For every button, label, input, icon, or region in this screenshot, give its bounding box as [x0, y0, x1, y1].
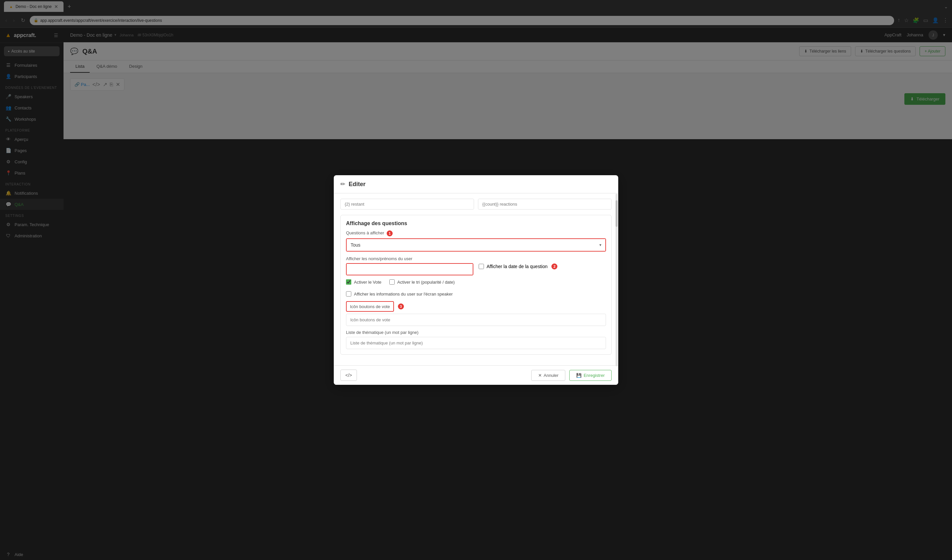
vote-checkbox-row: Activer le Vote: [346, 279, 382, 285]
modal-title: Editer: [349, 181, 366, 188]
sort-checkbox-row: Activer le tri (popularité / date): [389, 279, 454, 285]
top-input-fields-row: [340, 199, 612, 210]
date-field-col: Afficher la date de la question 2: [479, 256, 606, 269]
thematic-section: Liste de thématique (un mot par ligne): [346, 330, 606, 349]
username-field-label: Afficher les noms/prénoms du user: [346, 256, 473, 261]
date-checkbox[interactable]: [479, 264, 484, 269]
username-select-wrapper: [346, 263, 473, 275]
save-icon: 💾: [576, 373, 581, 378]
modal-overlay: ✏ Editer Affichage des questions Questio…: [0, 0, 952, 560]
annotation-1: 1: [387, 230, 393, 236]
thematic-input[interactable]: [346, 337, 606, 349]
date-checkbox-label: Afficher la date de la question: [487, 264, 547, 269]
scrollbar-track[interactable]: [616, 194, 618, 366]
vote-checkbox[interactable]: [346, 279, 351, 285]
speaker-checkbox-label: Afficher les informations du user sur l'…: [354, 292, 453, 296]
icon-vote-label: Icôn boutons de vote: [350, 304, 390, 309]
modal-body: Affichage des questions Questions à affi…: [334, 193, 618, 365]
sort-checkbox[interactable]: [389, 279, 395, 285]
icon-vote-section: Icôn boutons de vote 3: [346, 301, 606, 326]
questions-field-group: Questions à afficher 1 Tous ▾: [346, 230, 606, 251]
restant-input[interactable]: [340, 199, 474, 210]
icon-vote-label-wrapper: Icôn boutons de vote: [346, 301, 394, 312]
modal-header: ✏ Editer: [334, 175, 618, 193]
section-affichage-title: Affichage des questions: [346, 221, 606, 227]
speaker-checkbox[interactable]: [346, 291, 351, 296]
cancel-button[interactable]: ✕ Annuler: [531, 370, 566, 381]
section-affichage: Affichage des questions Questions à affi…: [340, 215, 612, 355]
username-field-col: Afficher les noms/prénoms du user: [346, 256, 473, 275]
reactions-input[interactable]: [478, 199, 612, 210]
thematic-label: Liste de thématique (un mot par ligne): [346, 330, 606, 335]
two-col-row: Afficher les noms/prénoms du user Affich…: [346, 256, 606, 275]
code-button[interactable]: </>: [340, 370, 357, 381]
date-checkbox-row: Afficher la date de la question 2: [479, 258, 557, 269]
vote-checkbox-label: Activer le Vote: [354, 280, 382, 285]
save-button[interactable]: 💾 Enregistrer: [569, 370, 612, 381]
sort-checkbox-label: Activer le tri (popularité / date): [397, 280, 454, 285]
modal: ✏ Editer Affichage des questions Questio…: [334, 175, 618, 385]
scrollbar-thumb: [616, 201, 618, 227]
annotation-3: 3: [398, 304, 404, 309]
questions-select[interactable]: Tous: [347, 239, 605, 251]
username-select[interactable]: [347, 264, 473, 275]
modal-footer: </> ✕ Annuler 💾 Enregistrer: [334, 365, 618, 385]
speaker-checkbox-row: Afficher les informations du user sur l'…: [346, 291, 606, 296]
annotation-2: 2: [552, 264, 557, 269]
questions-field-label: Questions à afficher 1: [346, 230, 606, 236]
icon-vote-label-row: Icôn boutons de vote 3: [346, 301, 606, 312]
edit-icon: ✏: [340, 180, 345, 188]
checkboxes-row-1: Activer le Vote Activer le tri (populari…: [346, 279, 606, 288]
cancel-icon: ✕: [538, 373, 542, 378]
icon-vote-input[interactable]: [346, 314, 606, 326]
questions-select-wrapper: Tous ▾: [346, 238, 606, 251]
